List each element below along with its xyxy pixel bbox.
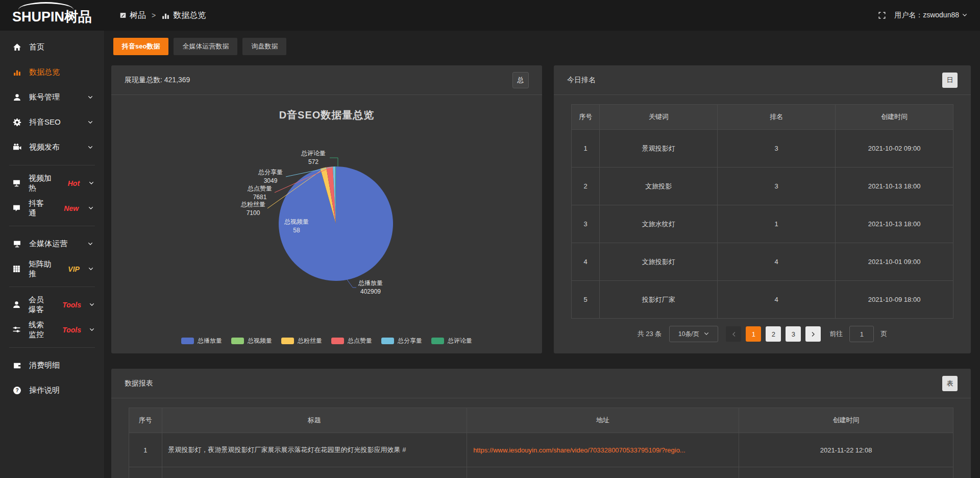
question-circle-icon: ? bbox=[12, 386, 21, 395]
user-menu[interactable]: 用户名：zswodun88 bbox=[894, 11, 968, 20]
tab-2[interactable]: 询盘数据 bbox=[242, 38, 286, 55]
sidebar-divider bbox=[9, 347, 95, 348]
pie-label-value: 572 bbox=[308, 158, 318, 165]
sidebar-item-gear[interactable]: 抖音SEO bbox=[0, 110, 104, 135]
ranking-cell: 景观投影灯 bbox=[600, 130, 718, 168]
sidebar-badge: New bbox=[64, 204, 79, 212]
sidebar-item-chat[interactable]: 抖客通New bbox=[0, 196, 104, 221]
sidebar-divider bbox=[9, 286, 95, 287]
pie-label-name: 总评论量 bbox=[301, 150, 326, 157]
fullscreen-icon[interactable] bbox=[878, 11, 886, 19]
report-card-header: 数据报表 表 bbox=[111, 369, 971, 398]
pie-label-总分享量: 总分享量3049 bbox=[258, 168, 283, 186]
pie-label-name: 总分享量 bbox=[258, 169, 283, 176]
sidebar-item-home[interactable]: 首页 bbox=[0, 35, 104, 60]
logo-arc bbox=[18, 2, 74, 10]
pagination-total: 共 23 条 bbox=[638, 329, 662, 339]
breadcrumb: 树品>数据总览 bbox=[119, 10, 206, 21]
sidebar-item-label: 抖客通 bbox=[29, 199, 50, 218]
ranking-cell: 文旅投影 bbox=[600, 168, 718, 205]
ranking-col-header: 排名 bbox=[718, 105, 836, 130]
ranking-card-header: 今日排名 日 bbox=[554, 65, 971, 95]
sidebar-item-label: 操作说明 bbox=[29, 386, 60, 395]
pie-label-value: 7681 bbox=[253, 194, 267, 201]
sidebar-item-user[interactable]: 账号管理 bbox=[0, 85, 104, 110]
ranking-cell: 投影灯厂家 bbox=[600, 281, 718, 319]
ranking-cell: 5 bbox=[572, 281, 600, 319]
overview-toggle-button[interactable]: 总 bbox=[512, 72, 529, 88]
ranking-col-header: 序号 bbox=[572, 105, 600, 130]
sidebar-item-sliders[interactable]: 线索监控Tools bbox=[0, 317, 104, 342]
logo-cn: 树品 bbox=[64, 9, 92, 25]
pagination: 共 23 条 10条/页 123 前往 页 bbox=[554, 326, 971, 342]
ranking-cell: 2021-10-09 18:00 bbox=[836, 281, 953, 319]
tab-1[interactable]: 全媒体运营数据 bbox=[174, 38, 237, 55]
sidebar-badge: Hot bbox=[68, 179, 80, 187]
sidebar-item-grid[interactable]: 矩阵助推VIP bbox=[0, 256, 104, 281]
sidebar-item-bar-chart[interactable]: 数据总览 bbox=[0, 60, 104, 85]
report-col-header: 创建时间 bbox=[739, 408, 953, 433]
legend-item-总视频量[interactable]: 总视频量 bbox=[231, 337, 272, 345]
topbar: SHUPIN树品 树品>数据总览 用户名：zswodun88 bbox=[0, 0, 980, 31]
report-link[interactable]: https://www.iesdouyin.com/share/video/70… bbox=[473, 446, 732, 454]
page-button-1[interactable]: 1 bbox=[746, 326, 761, 342]
prev-page-button[interactable] bbox=[726, 326, 741, 342]
legend-chip bbox=[281, 338, 294, 344]
sidebar-item-user-group[interactable]: 会员爆客Tools bbox=[0, 292, 104, 317]
pie-label-name: 总点赞量 bbox=[248, 185, 272, 192]
tab-0[interactable]: 抖音seo数据 bbox=[113, 38, 168, 55]
next-page-button[interactable] bbox=[805, 326, 821, 342]
sidebar-item-question-circle[interactable]: ?操作说明 bbox=[0, 378, 104, 403]
breadcrumb-label: 树品 bbox=[130, 10, 146, 21]
legend-item-总分享量[interactable]: 总分享量 bbox=[381, 337, 422, 345]
legend-chip bbox=[431, 338, 444, 344]
pie-label-value: 3049 bbox=[264, 177, 278, 184]
ranking-toggle-button[interactable]: 日 bbox=[942, 73, 958, 88]
page-button-3[interactable]: 3 bbox=[786, 326, 801, 342]
chevron-down-icon bbox=[86, 145, 95, 151]
chevron-down-icon bbox=[89, 327, 95, 333]
report-col-header: 序号 bbox=[129, 408, 162, 433]
data-tabs: 抖音seo数据全媒体运营数据询盘数据 bbox=[113, 38, 286, 55]
page-size-select[interactable]: 10条/页 bbox=[669, 326, 718, 342]
page-button-2[interactable]: 2 bbox=[766, 326, 781, 342]
chevron-down-icon bbox=[703, 331, 709, 337]
report-toggle-button[interactable]: 表 bbox=[942, 376, 958, 391]
breadcrumb-item[interactable]: 树品 bbox=[119, 10, 146, 21]
sidebar-item-label: 消费明细 bbox=[29, 361, 60, 370]
ranking-cell: 文旅投影灯 bbox=[600, 243, 718, 281]
goto-page-input[interactable] bbox=[849, 326, 874, 342]
svg-text:?: ? bbox=[15, 388, 18, 393]
pie-chart: D音SEO数据量总览 总播放量总视频量总粉丝量总点赞量总分享量总评论量 总播放量… bbox=[111, 95, 542, 353]
chevron-down-icon bbox=[86, 241, 95, 247]
legend-item-总点赞量[interactable]: 总点赞量 bbox=[331, 337, 372, 345]
ranking-col-header: 创建时间 bbox=[836, 105, 953, 130]
legend-item-总播放量[interactable]: 总播放量 bbox=[181, 337, 222, 345]
sidebar-item-monitor-up[interactable]: 视频加热Hot bbox=[0, 171, 104, 196]
ranking-cell: 文旅水纹灯 bbox=[600, 205, 718, 243]
ranking-cell: 1 bbox=[718, 205, 836, 243]
report-col-header: 标题 bbox=[162, 408, 467, 433]
sidebar-item-video-camera[interactable]: 视频发布 bbox=[0, 135, 104, 160]
sidebar-item-monitor[interactable]: 全媒体运营 bbox=[0, 231, 104, 256]
app-logo: SHUPIN树品 bbox=[0, 0, 104, 31]
breadcrumb-item[interactable]: 数据总览 bbox=[161, 10, 206, 21]
monitor-icon bbox=[12, 240, 21, 248]
legend-label: 总播放量 bbox=[198, 337, 222, 345]
pie-label-value: 58 bbox=[293, 227, 300, 234]
goto-unit: 页 bbox=[880, 329, 887, 339]
sidebar-item-wallet[interactable]: 消费明细 bbox=[0, 353, 104, 378]
pie-label-总评论量: 总评论量572 bbox=[301, 149, 326, 167]
report-card: 数据报表 表 序号标题地址创建时间 1景观投影灯，夜游景观投影灯厂家展示展示落花… bbox=[111, 369, 971, 478]
legend-label: 总评论量 bbox=[448, 337, 472, 345]
legend-item-总粉丝量[interactable]: 总粉丝量 bbox=[281, 337, 322, 345]
page-size-value: 10条/页 bbox=[678, 330, 699, 339]
legend-chip bbox=[331, 338, 344, 344]
sidebar-divider bbox=[9, 165, 95, 165]
sidebar-item-label: 会员爆客 bbox=[29, 295, 48, 315]
legend-item-总评论量[interactable]: 总评论量 bbox=[431, 337, 472, 345]
bar-chart-icon bbox=[161, 11, 170, 20]
legend-label: 总分享量 bbox=[398, 337, 422, 345]
sidebar-item-label: 全媒体运营 bbox=[29, 239, 67, 249]
sidebar-item-label: 视频发布 bbox=[29, 142, 60, 152]
